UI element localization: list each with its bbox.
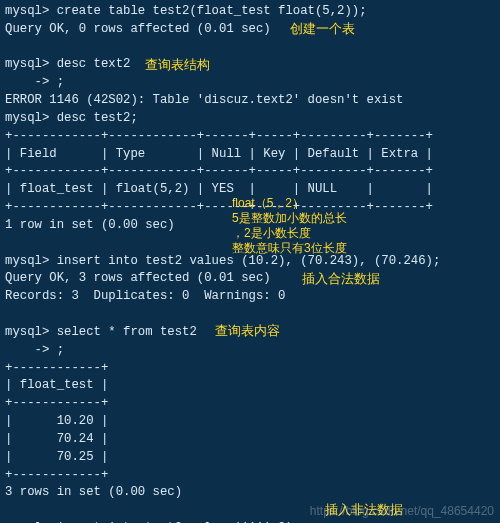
term-line: ERROR 1146 (42S02): Table 'discuz.text2'…: [5, 93, 403, 107]
annotation-desc-table: 查询表结构: [145, 56, 210, 75]
term-line: Records: 3 Duplicates: 0 Warnings: 0: [5, 289, 285, 303]
term-line: +------------+: [5, 396, 108, 410]
term-line: +------------+: [5, 468, 108, 482]
term-line: +------------+: [5, 361, 108, 375]
term-line: Query OK, 0 rows affected (0.01 sec): [5, 22, 271, 36]
annotation-create-table: 创建一个表: [290, 20, 355, 39]
annotation-float-line4: 整数意味只有3位长度: [232, 240, 347, 257]
term-line: +------------+------------+------+-----+…: [5, 200, 433, 214]
watermark-text: https://blog.csdn.net/qq_48654420: [310, 503, 494, 520]
term-line: | 70.24 |: [5, 432, 108, 446]
terminal-output[interactable]: mysql> create table test2(float_test flo…: [0, 0, 500, 523]
term-line: +------------+------------+------+-----+…: [5, 129, 433, 143]
term-line: mysql> desc test2;: [5, 111, 138, 125]
term-line: | 70.25 |: [5, 450, 108, 464]
term-line: mysql> create table test2(float_test flo…: [5, 4, 367, 18]
term-line: mysql> select * from test2: [5, 325, 197, 339]
term-line: 3 rows in set (0.00 sec): [5, 485, 182, 499]
annotation-insert-legal: 插入合法数据: [302, 270, 380, 289]
term-line: -> ;: [5, 343, 64, 357]
term-line: | 10.20 |: [5, 414, 108, 428]
term-line: | Field | Type | Null | Key | Default | …: [5, 147, 433, 161]
term-line: | float_test |: [5, 378, 108, 392]
term-line: -> ;: [5, 75, 64, 89]
term-line: +------------+------------+------+-----+…: [5, 164, 433, 178]
term-line: | float_test | float(5,2) | YES | | NULL…: [5, 182, 433, 196]
term-line: Query OK, 3 rows affected (0.01 sec): [5, 271, 271, 285]
term-line: mysql> desc text2: [5, 57, 130, 71]
term-line: mysql> insert into test2 values (10.2), …: [5, 254, 440, 268]
annotation-select-content: 查询表内容: [215, 322, 280, 341]
term-line: 1 row in set (0.00 sec): [5, 218, 175, 232]
